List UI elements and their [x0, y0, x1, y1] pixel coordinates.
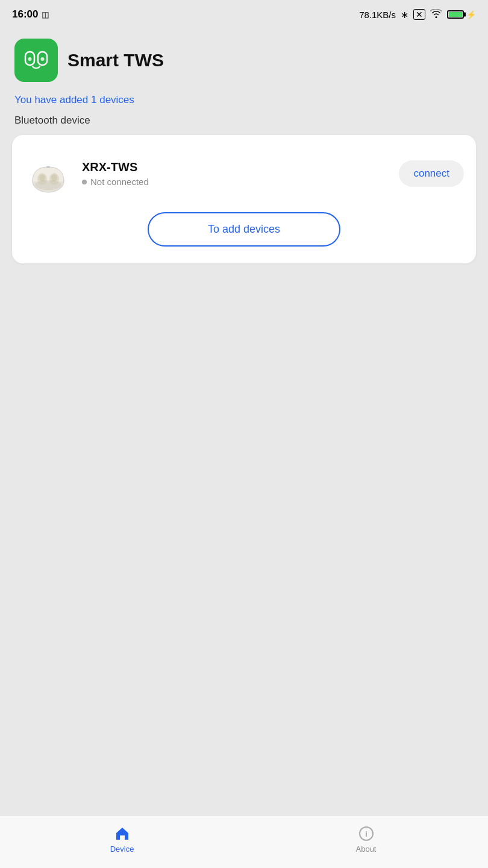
home-icon [114, 825, 131, 842]
lightning-icon: ⚡ [466, 10, 476, 19]
status-time: 16:00 [12, 8, 38, 20]
app-header: Smart TWS [0, 29, 488, 92]
nav-item-device[interactable]: Device [0, 816, 244, 868]
battery-icon [447, 10, 464, 19]
device-row: XRX-TWS Not connected connect [24, 149, 464, 198]
nav-label-about: About [356, 844, 377, 854]
status-dot [82, 180, 87, 184]
add-devices-button[interactable]: To add devices [148, 212, 340, 247]
app-title: Smart TWS [67, 50, 164, 71]
network-speed: 78.1KB/s [359, 10, 396, 20]
svg-point-7 [39, 174, 45, 181]
device-card: XRX-TWS Not connected connect To add dev… [12, 135, 476, 263]
wifi-icon [430, 9, 442, 20]
status-text: Not connected [90, 177, 149, 187]
status-right-area: 78.1KB/s ∗ ✕ ⚡ [359, 9, 476, 20]
connect-button[interactable]: connect [399, 160, 464, 187]
device-name: XRX-TWS [82, 160, 389, 174]
device-image [24, 149, 72, 198]
device-status: Not connected [82, 177, 389, 187]
nav-label-device: Device [110, 844, 134, 854]
device-info: XRX-TWS Not connected [82, 160, 389, 187]
svg-point-11 [35, 180, 61, 190]
status-time-area: 16:00 ◫ [12, 8, 49, 20]
bottom-nav: Device i About [0, 815, 488, 868]
svg-point-2 [28, 57, 32, 61]
status-bar: 16:00 ◫ 78.1KB/s ∗ ✕ ⚡ [0, 0, 488, 29]
svg-rect-10 [46, 166, 50, 168]
battery-container: ⚡ [447, 10, 476, 19]
info-icon: i [358, 825, 375, 842]
device-count-subtitle: You have added 1 devices [0, 92, 488, 111]
svg-point-3 [41, 57, 45, 61]
main-content [0, 263, 488, 868]
bluetooth-icon: ∗ [401, 9, 408, 20]
nav-item-about[interactable]: i About [244, 816, 488, 868]
svg-text:i: i [365, 829, 368, 838]
app-logo [14, 39, 58, 82]
network-icon: ◫ [42, 10, 49, 19]
close-icon: ✕ [413, 9, 425, 20]
section-label: Bluetooth device [0, 111, 488, 130]
svg-point-9 [51, 174, 57, 181]
